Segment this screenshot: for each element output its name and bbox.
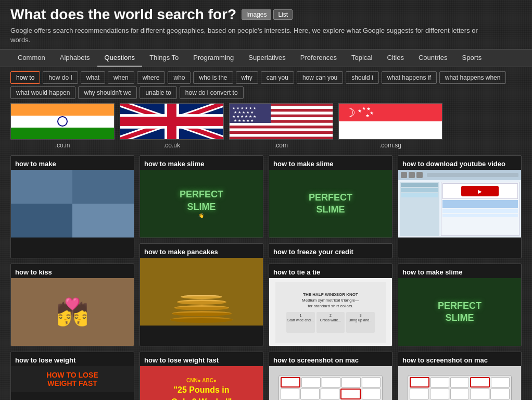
flags-row: .co.in .co.uk [10,103,522,149]
card-title: how to freeze your credit [269,244,392,258]
filter-what-happens-if[interactable]: what happens if [382,71,437,84]
card-how-to-kiss[interactable]: how to kiss 💏 [10,264,134,346]
filter-can-you[interactable]: can you [261,71,294,84]
card-title: how to screenshot on mac [269,352,392,366]
svg-text:☽: ☽ [345,106,356,119]
svg-text:★ ★ ★ ★ ★: ★ ★ ★ ★ ★ [234,111,254,115]
card-image-yarn [11,170,134,238]
card-image-kiss: 💏 [11,278,134,346]
card-title: how to screenshot on mac [398,352,521,366]
filter-how-to[interactable]: how to [10,71,40,84]
card-title: how to make slime [140,156,263,170]
filter-who[interactable]: who [168,71,191,84]
flag-sg-label: .com.sg [379,142,401,149]
card-lose-weight-fast[interactable]: how to lose weight fast CNN● ABC● "25 Po… [140,352,263,400]
card-download-youtube[interactable]: how to download youtube video [398,155,522,258]
filter-who-is-the[interactable]: who is the [193,71,233,84]
filter-why-shouldnt-we[interactable]: why shouldn't we [78,86,137,99]
flag-india-label: .co.in [55,142,70,149]
filter-what-happens-when[interactable]: what happens when [439,71,506,84]
header-description: Google offers search recommendations for… [10,26,479,45]
svg-text:★: ★ [365,113,370,118]
nav-sports[interactable]: Sports [455,49,489,67]
card-image-loseweight: HOW TO LOSEWEIGHT FAST [11,366,134,392]
card-image-pancakes [140,258,263,326]
svg-rect-15 [230,134,333,137]
nav-things-to[interactable]: Things To [142,49,186,67]
filter-how-can-you[interactable]: how can you [297,71,343,84]
filter-should-i[interactable]: should i [346,71,378,84]
flag-us-label: .com [274,142,288,149]
card-title: how to tie a tie [269,264,392,278]
card-image-loseweightfast: CNN● ABC● "25 Pounds inOnly 2 Weeks!" Sc… [140,366,263,400]
header: What does the world search for? Images L… [0,0,532,49]
card-how-to-make-slime-3[interactable]: how to make slime PERFECT SLIME [398,264,522,346]
nav-questions[interactable]: Questions [97,49,143,67]
nav-topical[interactable]: Topical [344,49,379,67]
card-tie-a-tie[interactable]: how to tie a tie THE HALF-WINDSOR KNOT M… [269,264,392,346]
card-screenshot-mac-1[interactable]: how to screenshot on mac [269,352,392,400]
svg-rect-14 [230,129,333,131]
nav-cities[interactable]: Cities [379,49,411,67]
filter-how-do-i-convert-to[interactable]: how do i convert to [180,86,244,99]
svg-text:★ ★ ★ ★ ★ ★: ★ ★ ★ ★ ★ ★ [232,115,256,118]
card-how-to-make-pancakes[interactable]: how to make pancakes [140,243,263,346]
nav-countries[interactable]: Countries [411,49,455,67]
nav-preferences[interactable]: Preferences [293,49,344,67]
filter-when[interactable]: when [108,71,134,84]
card-image-slime3: PERFECT SLIME [398,278,521,346]
svg-rect-8 [120,117,223,126]
flag-us[interactable]: ★ ★ ★ ★ ★ ★ ★ ★ ★ ★ ★ ★ ★ ★ ★ ★ ★ ★ ★ ★ … [229,103,333,149]
card-image-download: ▶ [398,170,521,238]
filter-what-would-happen[interactable]: what would happen [10,86,75,99]
filter-bar: how to how do I what when where who who … [0,67,532,103]
svg-rect-13 [230,123,333,126]
card-image-keyboard2: ▲ [398,366,521,400]
flag-uk-label: .co.uk [163,142,180,149]
filter-where[interactable]: where [137,71,166,84]
card-image-slime: PERFECT SLIME 👋 [140,170,263,238]
svg-rect-22 [339,121,442,140]
card-title: how to lose weight [11,352,134,366]
flag-uk[interactable]: .co.uk [120,103,224,149]
main-content: .co.in .co.uk [0,103,532,400]
view-toggle: Images List [242,9,293,20]
card-title: how to download youtube video [398,156,521,170]
card-title: how to kiss [11,264,134,278]
card-title: how to make slime [398,264,521,278]
flag-sg[interactable]: ☽ ★ ★ ★ ★ ★ .com.sg [338,103,442,149]
images-button[interactable]: Images [242,9,271,20]
card-how-to-make-slime-2[interactable]: how to make slime PERFECT SLIME [269,155,392,238]
svg-text:★ ★ ★ ★ ★ ★: ★ ★ ★ ★ ★ ★ [232,107,256,110]
nav-common[interactable]: Common [10,49,53,67]
card-screenshot-mac-2[interactable]: how to screenshot on mac [398,352,522,400]
nav-alphabets[interactable]: Alphabets [53,49,97,67]
main-nav: Common Alphabets Questions Things To Pro… [0,49,532,67]
svg-text:★ ★ ★ ★ ★: ★ ★ ★ ★ ★ [234,119,254,122]
card-title: how to lose weight fast [140,352,263,366]
svg-text:★: ★ [358,109,362,114]
card-lose-weight[interactable]: how to lose weight HOW TO LOSEWEIGHT FAS… [10,352,134,400]
list-button[interactable]: List [273,9,293,20]
card-image-keyboard1: ▲ [269,366,392,400]
filter-unable-to[interactable]: unable to [140,86,176,99]
card-image-tie: THE HALF-WINDSOR KNOT Medium symmetrical… [269,278,392,346]
svg-text:★: ★ [370,111,374,116]
svg-text:★: ★ [362,106,366,111]
card-freeze-credit[interactable]: how to freeze your credit [269,243,392,258]
flag-india[interactable]: .co.in [10,103,115,149]
card-title: how to make slime [269,156,392,170]
nav-programming[interactable]: Programming [186,49,241,67]
page-title: What does the world search for? [10,6,236,23]
filter-why[interactable]: why [236,71,258,84]
filter-what[interactable]: what [81,71,105,84]
card-title: how to make pancakes [140,244,263,258]
filter-how-do-i[interactable]: how do I [43,71,78,84]
card-image-slime2: PERFECT SLIME [269,170,392,238]
card-how-to-make-slime-1[interactable]: how to make slime PERFECT SLIME 👋 [140,155,263,238]
card-title: how to make [11,156,134,170]
nav-superlatives[interactable]: Superlatives [241,49,293,67]
card-how-to-make[interactable]: how to make [10,155,134,258]
cards-grid: how to make how to make slime PERFECT SL… [10,155,522,400]
